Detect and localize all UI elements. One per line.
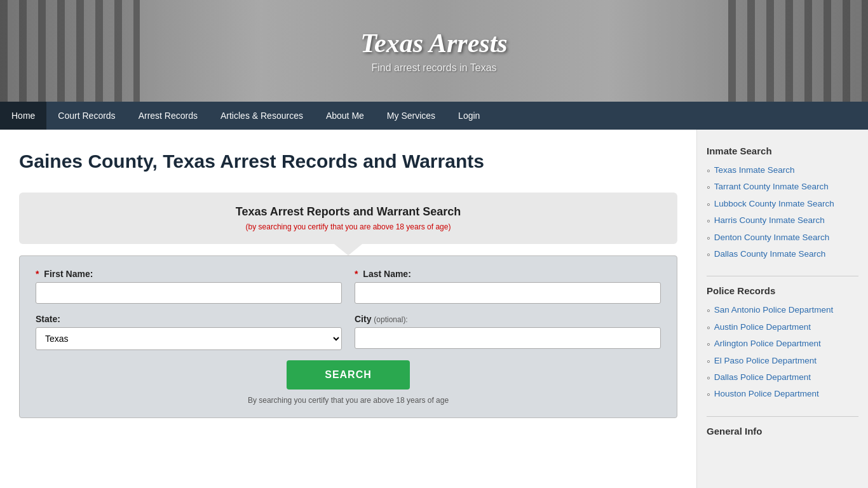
police-link-sanantonio[interactable]: San Antonio Police Department <box>714 304 834 316</box>
nav-item-articles[interactable]: Articles & Resources <box>209 102 315 130</box>
form-group-lastname: * Last Name: <box>355 269 661 304</box>
sidebar-divider-1 <box>707 276 858 276</box>
list-item[interactable]: Houston Police Department <box>707 386 858 403</box>
police-link-dallas[interactable]: Dallas Police Department <box>714 371 811 384</box>
page-heading: Gaines County, Texas Arrest Records and … <box>19 149 677 173</box>
inmate-link-tarrant[interactable]: Tarrant County Inmate Search <box>714 180 829 193</box>
nav-link-court-records[interactable]: Court Records <box>46 102 126 130</box>
nav-link-home[interactable]: Home <box>0 102 46 130</box>
list-item[interactable]: Austin Police Department <box>707 320 858 336</box>
nav-item-court-records[interactable]: Court Records <box>46 102 126 130</box>
city-input[interactable] <box>355 327 661 349</box>
search-box-notice: (by searching you certify that you are a… <box>32 222 665 231</box>
list-item[interactable]: Tarrant County Inmate Search <box>707 179 858 196</box>
first-name-input[interactable] <box>36 282 342 304</box>
main-nav: Home Court Records Arrest Records Articl… <box>0 102 868 130</box>
list-item[interactable]: Harris County Inmate Search <box>707 213 858 229</box>
list-item[interactable]: San Antonio Police Department <box>707 302 858 319</box>
inmate-search-title: Inmate Search <box>707 146 858 156</box>
nav-list: Home Court Records Arrest Records Articl… <box>0 102 868 130</box>
inmate-search-list: Texas Inmate Search Tarrant County Inmat… <box>707 163 858 263</box>
nav-item-login[interactable]: Login <box>447 102 491 130</box>
state-select[interactable]: Texas <box>36 327 342 350</box>
nav-link-articles[interactable]: Articles & Resources <box>209 102 315 130</box>
general-info-title: General Info <box>707 426 858 437</box>
nav-link-arrest-records[interactable]: Arrest Records <box>127 102 209 130</box>
form-group-firstname: * First Name: <box>36 269 342 304</box>
police-records-list: San Antonio Police Department Austin Pol… <box>707 302 858 403</box>
inmate-link-dallas[interactable]: Dallas County Inmate Search <box>714 248 826 261</box>
search-form: * First Name: * Last Name: State: <box>19 255 677 418</box>
form-row-names: * First Name: * Last Name: <box>36 269 661 304</box>
nav-link-login[interactable]: Login <box>447 102 491 130</box>
required-star-lastname: * <box>355 269 358 279</box>
first-name-label: * First Name: <box>36 269 342 279</box>
sidebar-divider-2 <box>707 416 858 417</box>
form-group-state: State: Texas <box>36 314 342 350</box>
list-item[interactable]: Dallas Police Department <box>707 370 858 386</box>
search-box-title: Texas Arrest Reports and Warrant Search <box>32 205 665 219</box>
list-item[interactable]: Texas Inmate Search <box>707 163 858 179</box>
nav-item-arrest-records[interactable]: Arrest Records <box>127 102 209 130</box>
last-name-input[interactable] <box>355 282 661 304</box>
arrow-connector <box>334 244 362 255</box>
site-header: Texas Arrests Find arrest records in Tex… <box>0 0 868 102</box>
inmate-link-harris[interactable]: Harris County Inmate Search <box>714 214 825 227</box>
main-content: Gaines County, Texas Arrest Records and … <box>0 130 696 488</box>
city-label: City (optional): <box>355 314 661 324</box>
police-link-austin[interactable]: Austin Police Department <box>714 321 811 334</box>
site-title: Texas Arrests <box>360 28 507 58</box>
list-item[interactable]: Denton County Inmate Search <box>707 230 858 247</box>
police-link-arlington[interactable]: Arlington Police Department <box>714 337 821 350</box>
search-box-outer: Texas Arrest Reports and Warrant Search … <box>19 193 677 244</box>
header-content: Texas Arrests Find arrest records in Tex… <box>360 28 507 74</box>
sidebar: Inmate Search Texas Inmate Search Tarran… <box>696 130 868 488</box>
nav-item-home[interactable]: Home <box>0 102 46 130</box>
page-wrapper: Gaines County, Texas Arrest Records and … <box>0 130 868 488</box>
inmate-link-denton[interactable]: Denton County Inmate Search <box>714 231 830 244</box>
nav-item-services[interactable]: My Services <box>376 102 447 130</box>
police-records-title: Police Records <box>707 285 858 296</box>
last-name-label: * Last Name: <box>355 269 661 279</box>
form-row-location: State: Texas City (optional): <box>36 314 661 350</box>
list-item[interactable]: Arlington Police Department <box>707 336 858 353</box>
search-button[interactable]: SEARCH <box>287 360 410 390</box>
required-star-firstname: * <box>36 269 39 279</box>
police-link-elpaso[interactable]: El Paso Police Department <box>714 355 817 367</box>
list-item[interactable]: Dallas County Inmate Search <box>707 247 858 263</box>
state-label: State: <box>36 314 342 324</box>
form-group-city: City (optional): <box>355 314 661 350</box>
search-button-wrapper: SEARCH <box>36 360 661 390</box>
inmate-link-lubbock[interactable]: Lubbock County Inmate Search <box>714 198 834 210</box>
police-link-houston[interactable]: Houston Police Department <box>714 388 819 400</box>
nav-item-about[interactable]: About Me <box>315 102 376 130</box>
nav-link-about[interactable]: About Me <box>315 102 376 130</box>
inmate-link-texas[interactable]: Texas Inmate Search <box>714 164 795 177</box>
site-subtitle: Find arrest records in Texas <box>360 62 507 74</box>
list-item[interactable]: El Paso Police Department <box>707 353 858 370</box>
search-certify-text: By searching you certify that you are ab… <box>36 396 661 405</box>
nav-link-services[interactable]: My Services <box>376 102 447 130</box>
list-item[interactable]: Lubbock County Inmate Search <box>707 196 858 213</box>
